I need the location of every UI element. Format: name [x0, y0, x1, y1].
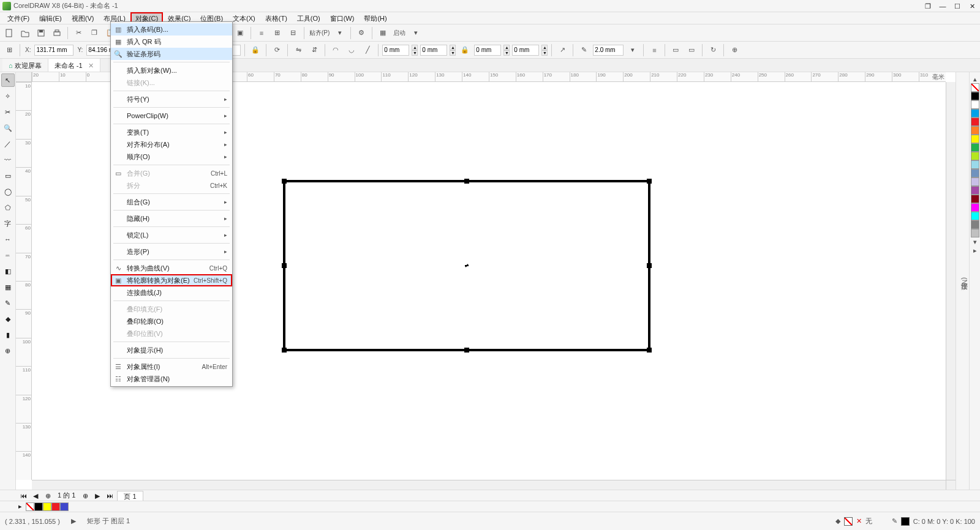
corner-tl-input[interactable] [382, 45, 409, 56]
swatch[interactable] [971, 186, 979, 195]
menu-transform[interactable]: 变换(T)▸ [111, 126, 232, 138]
outline-swatch[interactable] [901, 517, 910, 526]
menu-shaping[interactable]: 造形(P)▸ [111, 245, 232, 258]
rotate-button[interactable]: ⟳ [270, 43, 284, 57]
view2-button[interactable]: ⊞ [271, 26, 284, 40]
open-button[interactable] [18, 26, 32, 40]
corner-br-input[interactable] [512, 45, 539, 56]
menu-tools[interactable]: 工具(O) [292, 12, 325, 24]
polygon-tool[interactable]: ⬠ [1, 201, 15, 214]
corner-bl-input[interactable] [420, 45, 447, 56]
corner-lock-button[interactable]: 🔒 [458, 43, 472, 57]
swatch[interactable] [971, 152, 979, 160]
swatch[interactable] [971, 100, 979, 109]
to-front-button[interactable]: ▭ [669, 43, 682, 57]
page-tab[interactable]: 页 1 [117, 491, 143, 501]
docpal-swatch[interactable] [60, 502, 69, 511]
swatch[interactable] [971, 195, 979, 203]
cut-button[interactable]: ✂ [72, 26, 85, 40]
menu-symbols[interactable]: 符号(Y)▸ [111, 93, 232, 105]
minimize-button[interactable]: — [937, 2, 948, 10]
tab-document[interactable]: 未命名 -1 ✕ [48, 59, 100, 72]
new-button[interactable] [2, 26, 16, 40]
fullscreen-button[interactable]: ▣ [233, 26, 247, 40]
maximize-button[interactable]: ☐ [952, 2, 963, 10]
lock-ratio-button[interactable]: 🔒 [249, 43, 262, 57]
selected-rectangle[interactable] [283, 180, 650, 351]
page-first-button[interactable]: ⏮ [18, 491, 28, 500]
xpos-input[interactable] [34, 45, 74, 56]
ruler-vertical[interactable]: 102030405060708090100110120130140 [16, 82, 32, 480]
menu-help[interactable]: 帮助(H) [359, 12, 391, 24]
ruler-corner[interactable] [16, 72, 32, 82]
corner-tl-spin[interactable]: ▲▼ [412, 45, 418, 56]
launch-icon[interactable]: ▦ [376, 26, 390, 40]
tab-welcome[interactable]: ⌂ 欢迎屏幕 [2, 59, 48, 72]
corner-chamfer-button[interactable]: ╱ [361, 43, 374, 57]
menu-validate-barcode[interactable]: 🔍验证条形码 [111, 48, 232, 60]
corner-bl-spin[interactable]: ▲▼ [450, 45, 456, 56]
swatch[interactable] [971, 229, 979, 237]
page-next-button[interactable]: ▶ [92, 491, 102, 500]
pick-tool[interactable]: ↖ [1, 73, 15, 87]
artistic-media-tool[interactable]: 〰 [1, 153, 15, 166]
menu-window[interactable]: 窗口(W) [325, 12, 360, 24]
swatch[interactable] [971, 177, 979, 186]
swatch[interactable] [971, 118, 979, 126]
corner-tr-spin[interactable]: ▲▼ [503, 45, 510, 56]
print-button[interactable] [50, 26, 64, 40]
interactive-fill-tool[interactable]: ◆ [1, 312, 15, 326]
fill-swatch-none[interactable] [844, 517, 853, 526]
menu-insert-qr[interactable]: ▦插入 QR 码 [111, 35, 232, 48]
menu-insert-new-object[interactable]: 插入新对象(W)... [111, 64, 232, 77]
menu-view[interactable]: 视图(V) [67, 12, 99, 24]
text-tool[interactable]: 字 [1, 217, 15, 230]
swatch[interactable] [971, 160, 979, 169]
swatch[interactable] [971, 212, 979, 220]
menu-powerclip[interactable]: PowerClip(W)▸ [111, 110, 232, 122]
outline-width-input[interactable] [593, 45, 624, 56]
view3-button[interactable]: ⊟ [287, 26, 300, 40]
swatch[interactable] [971, 135, 979, 143]
menu-outline-to-object[interactable]: ▣将轮廓转换为对象(E)Ctrl+Shift+Q [111, 274, 232, 286]
shape-tool[interactable]: ✧ [1, 89, 15, 103]
swatch[interactable] [971, 92, 979, 100]
mirror-v-button[interactable]: ⇵ [307, 43, 321, 57]
transparency-tool[interactable]: ▦ [1, 280, 15, 294]
quick-customize-button[interactable]: ⊕ [728, 43, 741, 57]
tab-close-icon[interactable]: ✕ [88, 62, 94, 69]
copy-button[interactable]: ❐ [88, 26, 101, 40]
docpal-swatch-none[interactable] [26, 502, 34, 511]
eyedropper-tool[interactable]: ✎ [1, 296, 15, 310]
child-restore-button[interactable]: ❐ [922, 2, 933, 10]
page-add-before-button[interactable]: ⊕ [43, 491, 53, 500]
docpal-swatch[interactable] [51, 502, 60, 511]
swatch[interactable] [971, 109, 979, 118]
page-add-after-button[interactable]: ⊕ [80, 491, 90, 500]
snap-dropdown-button[interactable]: ▾ [333, 26, 347, 40]
docker-tab-connect[interactable]: 连接(N) [960, 277, 969, 286]
swatch[interactable] [971, 203, 979, 212]
to-back-button[interactable]: ▭ [685, 43, 698, 57]
rectangle-tool[interactable]: ▭ [1, 169, 15, 182]
palette-scroll-up-button[interactable]: ▴ [968, 75, 981, 83]
freehand-tool[interactable]: ／ [1, 137, 15, 151]
menu-align-distribute[interactable]: 对齐和分布(A)▸ [111, 138, 232, 151]
swatch[interactable] [971, 169, 979, 177]
menu-insert-barcode[interactable]: ▥插入条码(B)... [111, 23, 232, 35]
connector-tool[interactable]: ⎓ [1, 248, 15, 262]
menu-overprint-outline[interactable]: 叠印轮廓(O) [111, 315, 232, 327]
save-button[interactable] [34, 26, 48, 40]
menu-hide[interactable]: 隐藏(H)▸ [111, 212, 232, 225]
presets-button[interactable]: ⊞ [2, 43, 16, 57]
close-button[interactable]: ✕ [967, 2, 978, 10]
ellipse-tool[interactable]: ◯ [1, 185, 15, 198]
menu-lock[interactable]: 锁定(L)▸ [111, 229, 232, 241]
menu-file[interactable]: 文件(F) [2, 12, 34, 24]
options-button[interactable]: ⚙ [355, 26, 368, 40]
menu-edit[interactable]: 编辑(E) [34, 12, 67, 24]
palette-scroll-down-button[interactable]: ▾ [968, 237, 981, 246]
menu-convert-to-curves[interactable]: ∿转换为曲线(V)Ctrl+Q [111, 262, 232, 274]
swatch[interactable] [971, 126, 979, 135]
docpal-flyout-button[interactable]: ▸ [18, 502, 22, 510]
